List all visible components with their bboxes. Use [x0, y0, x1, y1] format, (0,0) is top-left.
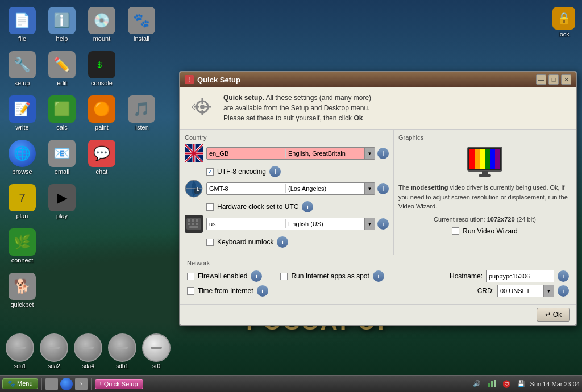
drive-sda1[interactable]: sda1	[6, 333, 34, 369]
drive-sda2[interactable]: sda2	[40, 333, 68, 369]
taskbar-clock: Sun 14 Mar 23:04	[530, 381, 580, 387]
timezone-select[interactable]: GMT-8 (Los Angeles) ▼	[206, 182, 375, 195]
keyboard-dropdown: us English (US) ▼ i	[206, 218, 389, 230]
numlock-checkbox[interactable]	[206, 239, 214, 246]
icon-quickpet[interactable]: 🐕 quickpet	[2, 268, 42, 312]
icon-install[interactable]: 🐾 install	[122, 2, 161, 47]
help-label: help	[56, 35, 68, 42]
file-label: file	[18, 35, 26, 42]
keyboard-row: us English (US) ▼ i	[185, 215, 389, 233]
locale-arrow[interactable]: ▼	[364, 148, 375, 159]
icon-console[interactable]: $_ console	[82, 47, 122, 91]
keyboard-info-button[interactable]: i	[377, 218, 389, 230]
network-section: Network Firewall enabled i Run Internet …	[180, 255, 576, 304]
run-internet-group: Run Internet apps as spot i	[280, 270, 384, 282]
taskbar-right: 🔊 🛡 💾 Sun 14 Mar 23:04	[471, 378, 580, 390]
hwclock-info-button[interactable]: i	[302, 201, 313, 212]
drive-sr0-label: sr0	[152, 363, 160, 369]
close-button[interactable]: ✕	[561, 74, 571, 85]
ok-button[interactable]: ↵ Ok	[537, 308, 570, 322]
icon-file[interactable]: 📄 file	[2, 2, 42, 47]
utf8-checkbox[interactable]: ✓	[206, 168, 214, 176]
minimize-button[interactable]: —	[536, 74, 546, 85]
play-icon: ▶	[48, 184, 76, 211]
network-tray-icon[interactable]	[486, 378, 497, 390]
dialog-header-icon: ⚙	[188, 93, 217, 121]
desktop: 🔒 lock 📄 file ℹ️ help 💿 mount 🐾 install …	[0, 0, 582, 392]
install-label: install	[134, 35, 149, 42]
svg-rect-42	[494, 380, 496, 387]
keyboard-arrow[interactable]: ▼	[364, 218, 375, 230]
timezone-arrow[interactable]: ▼	[364, 183, 375, 194]
locale-select[interactable]: en_GB English, GreatBritain ▼	[206, 147, 375, 160]
numlock-label: Keyboard numlock	[217, 238, 273, 246]
icon-play[interactable]: ▶ play	[42, 180, 82, 224]
locale-flag	[185, 144, 203, 162]
crd-arrow[interactable]: ▼	[543, 285, 554, 297]
network-section-title: Network	[187, 260, 569, 266]
network-row-2: Time from Internet i CRD: 00 UNSET ▼ i	[187, 285, 569, 297]
svg-rect-41	[491, 381, 493, 387]
drive-icons: sda1 sda2 sda4 sdb1 sr0	[6, 333, 171, 369]
numlock-info-button[interactable]: i	[277, 236, 288, 248]
drive-sr0[interactable]: sr0	[142, 333, 171, 369]
lock-icon-area: 🔒 lock	[550, 5, 577, 40]
video-wizard-checkbox[interactable]	[452, 227, 459, 235]
locale-info-button[interactable]: i	[377, 148, 389, 159]
drive-sda4-icon	[74, 333, 102, 362]
icon-mount[interactable]: 💿 mount	[82, 2, 122, 47]
show-desktop-button[interactable]	[45, 378, 58, 390]
taskbar-divider-2	[91, 378, 92, 390]
quickpet-icon: 🐕	[9, 273, 36, 300]
icon-paint[interactable]: 🟠 paint	[82, 91, 122, 135]
quicksetup-taskbar-button[interactable]: ! Quick Setup	[95, 379, 143, 389]
drive-sda2-label: sda2	[48, 363, 60, 369]
sound-tray-icon[interactable]: 🔊	[471, 378, 483, 390]
lock-icon-item[interactable]: 🔒 lock	[550, 5, 577, 40]
taskbar-divider-1	[41, 378, 42, 390]
firewall-info-button[interactable]: i	[251, 270, 262, 282]
keyboard-select[interactable]: us English (US) ▼	[206, 218, 375, 230]
firewall-tray-icon[interactable]: 🛡	[501, 378, 512, 390]
console-icon: $_	[88, 51, 115, 78]
time-internet-info-button[interactable]: i	[257, 285, 268, 297]
icon-email[interactable]: 📧 email	[42, 135, 82, 180]
svg-text:🛡: 🛡	[505, 382, 509, 387]
storage-tray-icon[interactable]: 💾	[516, 378, 527, 390]
icon-chat[interactable]: 💬 chat	[82, 135, 122, 180]
run-internet-checkbox[interactable]	[280, 273, 288, 280]
quicksetup-bold: Quick setup.	[223, 94, 264, 102]
firewall-checkbox[interactable]	[187, 273, 194, 280]
icon-listen[interactable]: 🎵 listen	[122, 91, 161, 135]
icon-calc[interactable]: 🟩 calc	[42, 91, 82, 135]
utf8-info-button[interactable]: i	[269, 166, 281, 177]
locale-value: English, GreatBritain	[285, 149, 364, 158]
icon-plan[interactable]: 7 plan	[2, 180, 42, 224]
drive-sdb1[interactable]: sdb1	[108, 333, 136, 369]
keyboard-flag	[185, 215, 203, 233]
arrow-button[interactable]: ›	[75, 378, 88, 390]
time-internet-checkbox[interactable]	[187, 287, 194, 295]
icon-help[interactable]: ℹ️ help	[42, 2, 82, 47]
crd-select[interactable]: 00 UNSET ▼	[497, 285, 554, 297]
graphics-description: The modesetting video driver is currentl…	[398, 183, 571, 211]
hwclock-checkbox[interactable]	[206, 203, 214, 211]
timezone-code: GMT-8	[207, 184, 285, 193]
icon-setup[interactable]: 🔧 setup	[2, 47, 42, 91]
run-internet-label: Run Internet apps as spot	[291, 272, 369, 280]
icon-browse[interactable]: 🌐 browse	[2, 135, 42, 180]
maximize-button[interactable]: □	[548, 74, 559, 85]
crd-info-button[interactable]: i	[558, 285, 569, 297]
hostname-input[interactable]	[486, 270, 554, 282]
run-internet-info-button[interactable]: i	[373, 270, 384, 282]
icon-edit[interactable]: ✏️ edit	[42, 47, 82, 91]
drive-sda4[interactable]: sda4	[74, 333, 102, 369]
start-menu-button[interactable]: 🐾 Menu	[2, 378, 38, 389]
hostname-label: Hostname:	[450, 272, 483, 280]
browser-button[interactable]	[60, 378, 73, 390]
timezone-info-button[interactable]: i	[377, 183, 389, 194]
dialog-controls: — □ ✕	[536, 74, 571, 85]
icon-write[interactable]: 📝 write	[2, 91, 42, 135]
icon-connect[interactable]: 🌿 connect	[2, 224, 42, 268]
hostname-info-button[interactable]: i	[558, 270, 569, 282]
